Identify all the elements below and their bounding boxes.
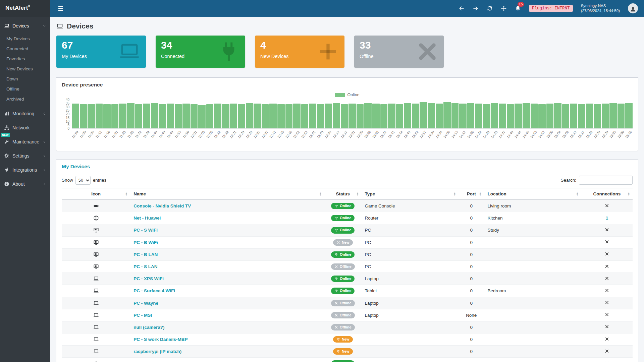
chart-bar [602,104,609,128]
device-name-link[interactable]: PC - B WiFi [133,240,158,245]
chart-bar [317,104,324,128]
notifications-button[interactable]: 15 [515,5,521,11]
x-tick-label: 14:04 [435,130,443,139]
x-tick-label: 13:37 [379,130,387,139]
page-length-select[interactable]: 50 [75,176,91,185]
x-tick-label: 15:00 [545,130,553,139]
chart-bar [562,104,570,128]
device-type: PC [362,248,459,260]
refresh-icon[interactable] [487,5,493,11]
column-header-icon[interactable]: Icon▲▼ [62,188,130,200]
chart-bar [388,104,395,128]
sidebar-item-label: Integrations [12,167,37,173]
sidebar-item-maintenance[interactable]: NEWMaintenance [0,135,50,149]
search-input[interactable] [579,176,633,185]
table-body: Console - Nvidia Shield TVOnlineGame Con… [62,200,633,362]
app-logo-text: NetAlert [5,5,28,11]
device-name-link[interactable]: PC - S work Daniels-MBP [133,337,187,342]
chart-plot: 10:5611:0511:0811:1211:1611:2111:2511:29… [72,100,633,147]
wifi-icon [334,253,338,256]
device-port: 0 [459,200,484,212]
device-location [484,334,581,346]
sidebar-subitem-connected[interactable]: Connected [0,44,50,54]
chart-bar [586,104,593,128]
x-tick-label: 11:05 [79,130,87,139]
device-type: Light [362,358,459,362]
device-name-link[interactable]: Console - Nvidia Shield TV [133,203,191,208]
sidebar-subitem-favorites[interactable]: Favorites [0,54,50,64]
stat-card-new-devices[interactable]: 4New Devices [255,36,344,68]
device-name-link[interactable]: PC - Surface 4 WiFi [133,288,175,293]
status-badge: New [333,336,353,343]
device-location: Study [484,224,581,236]
device-name-link[interactable]: Net - Huawei [133,216,161,221]
device-name-link[interactable]: PC - S LAN [133,264,157,269]
sidebar-subitem-my-devices[interactable]: My Devices [0,34,50,44]
column-header-connections[interactable]: Connections▲▼ [581,188,633,200]
stat-card-my-devices[interactable]: 67My Devices [56,36,146,68]
search-label: Search: [560,178,576,183]
sidebar-subitem-offline[interactable]: Offline [0,84,50,94]
y-tick-label: 5 [67,123,69,127]
device-type: Router [362,212,459,224]
chart-bar [491,103,498,129]
x-tick-label: 12:57 [300,130,308,139]
chart-bar [404,103,411,129]
device-port: 0 [459,212,484,224]
x-tick-label: 12:52 [292,130,301,139]
chart-bar [325,104,332,128]
column-header-status[interactable]: Status▲▼ [324,188,362,200]
x-tick-label: 11:40 [150,130,158,139]
sidebar-item-about[interactable]: About [0,177,50,191]
app-logo-sup: x [28,4,30,8]
device-name-link[interactable]: PC - Wayne [133,301,158,306]
legend-swatch-online [335,93,345,97]
connections-link[interactable]: 1 [606,216,608,221]
device-name-link[interactable]: raspberrypi (IP match) [133,349,181,354]
network-icon [4,125,9,130]
sidebar-subitem-down[interactable]: Down [0,74,50,84]
chart-bar [277,104,285,128]
sidebar-item-monitoring[interactable]: Monitoring [0,107,50,121]
x-tick-label: 13:41 [387,130,395,139]
device-presence-panel: Device presence Online 4035302520151050 … [56,77,638,151]
device-name-link[interactable]: PC - MSI [133,313,152,318]
chart-bar [475,104,482,128]
column-header-name[interactable]: Name▲▼ [130,188,324,200]
device-name-link[interactable]: PC - S WiFi [133,228,158,233]
column-header-port[interactable]: Port▲▼ [459,188,484,200]
chevron-left-icon [42,140,46,144]
stat-card-connected[interactable]: 34Connected [156,36,245,68]
x-tick-label: 15:13 [569,130,577,139]
chart-bar [103,104,111,128]
device-name-link[interactable]: null (camera?) [133,325,164,330]
stat-card-offline[interactable]: 33Offline [354,36,444,68]
sidebar-item-devices[interactable]: Devices [0,19,50,33]
sidebar-subitem-archived[interactable]: Archived [0,94,50,104]
status-badge: New [333,239,353,246]
chart-bar [214,104,221,128]
x-icon [334,325,338,329]
sidebar-item-integrations[interactable]: Integrations [0,163,50,177]
device-name-link[interactable]: PC - XPS WiFi [133,276,164,281]
device-location: Living room [484,200,581,212]
sidebar-item-settings[interactable]: Settings [0,149,50,163]
laptop-icon [93,324,99,330]
app-logo[interactable]: NetAlertx [0,0,50,17]
topbar-inner: ☰ 15 Plugins: INTRNT Synology-NAS (27/06… [50,0,644,17]
x-tick-label: 13:52 [411,130,419,139]
column-header-location[interactable]: Location▲▼ [484,188,581,200]
wifi-icon [334,277,338,281]
device-name-link[interactable]: PC - B LAN [133,252,158,257]
column-header-type[interactable]: Type▲▼ [362,188,459,200]
back-arrow-icon[interactable] [459,5,465,11]
user-avatar[interactable] [628,3,638,13]
sidebar-toggle-button[interactable]: ☰ [56,5,65,12]
forward-arrow-icon[interactable] [473,5,479,11]
chart-bar [436,104,443,128]
sidebar-subitem-new-devices[interactable]: New Devices [0,64,50,74]
device-port: None [459,309,484,321]
plugins-status-badge[interactable]: Plugins: INTRNT [529,5,573,12]
move-icon[interactable] [501,5,507,11]
chart-bar [72,104,79,128]
